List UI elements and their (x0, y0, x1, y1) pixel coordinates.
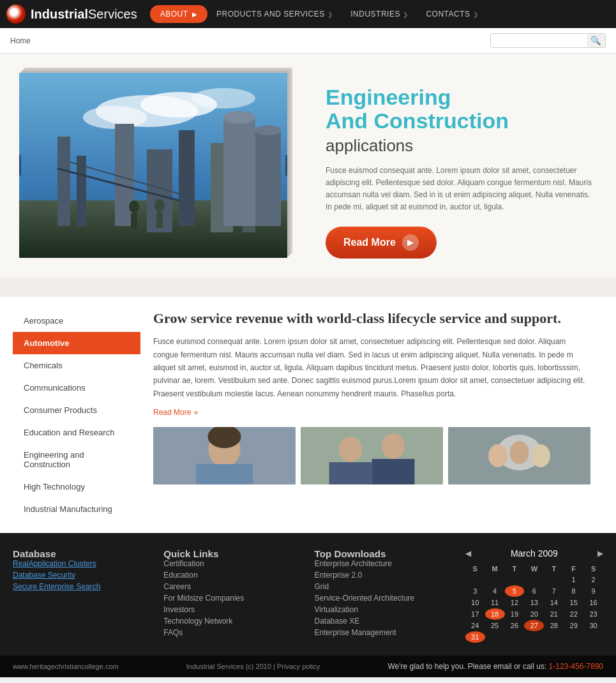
footer-link-rac[interactable]: RealApplication Clusters (13, 559, 151, 568)
cal-day[interactable] (544, 574, 564, 585)
cal-day[interactable]: 16 (583, 597, 603, 608)
cal-day[interactable]: 22 (564, 608, 583, 620)
sidebar-item-consumer-products[interactable]: Consumer Products (13, 399, 140, 421)
content-images (153, 427, 590, 484)
footer-link-security[interactable]: Database Security (13, 571, 151, 580)
cal-day[interactable]: 24 (465, 620, 485, 631)
footer-dl-virt[interactable]: Virtualization (315, 605, 453, 614)
cal-day[interactable]: 11 (485, 597, 505, 608)
footer-ql-technet[interactable]: Technology Network (163, 617, 301, 626)
cal-next-button[interactable]: ▶ (597, 549, 603, 558)
cal-day[interactable]: 25 (485, 620, 505, 631)
footer-dl-grid[interactable]: Grid (315, 582, 453, 591)
sidebar-item-aerospace[interactable]: Aerospace (13, 310, 140, 332)
cal-day[interactable]: 2 (583, 574, 603, 585)
hero-next-button[interactable]: › (285, 155, 287, 176)
cal-day[interactable]: 14 (544, 597, 564, 608)
cal-day[interactable]: 23 (583, 608, 603, 620)
footer-grid: Database RealApplication Clusters Databa… (13, 548, 603, 643)
cal-th-s2: S (583, 564, 603, 574)
cal-day[interactable]: 10 (465, 597, 485, 608)
search-button[interactable]: 🔍 (587, 34, 605, 47)
svg-point-16 (223, 111, 255, 124)
footer-ql-careers[interactable]: Careers (163, 582, 301, 591)
cal-day[interactable]: 15 (564, 597, 583, 608)
svg-point-28 (339, 437, 362, 462)
cal-day-highlighted[interactable]: 31 (465, 631, 485, 643)
sidebar-item-education[interactable]: Education and Research (13, 421, 140, 444)
footer-phone[interactable]: 1-123-456-7890 (549, 662, 603, 671)
cal-day[interactable] (505, 574, 525, 585)
footer-dl-soa[interactable]: Service-Oriented Architecture (315, 594, 453, 603)
footer-dl-e2[interactable]: Enterprise 2.0 (315, 571, 453, 580)
cal-day[interactable] (485, 574, 505, 585)
cal-day[interactable]: 8 (564, 585, 583, 597)
nav-contacts[interactable]: CONTACTS ❯ (417, 0, 487, 28)
svg-point-4 (192, 88, 255, 109)
footer-ql-certification[interactable]: Certification (163, 559, 301, 568)
svg-point-19 (129, 200, 139, 213)
breadcrumb-home[interactable]: Home (10, 36, 31, 45)
cal-day[interactable]: 29 (564, 620, 583, 631)
nav-products[interactable]: PRODUCTS AND SERVICES ❯ (207, 0, 342, 28)
hero-prev-button[interactable]: ‹ (19, 155, 21, 176)
sidebar-item-chemicals[interactable]: Chemicals (13, 354, 140, 377)
footer-ql-investors[interactable]: Investors (163, 605, 301, 614)
nav-industries[interactable]: INDUSTRIES ❯ (342, 0, 417, 28)
cal-day[interactable]: 7 (544, 585, 564, 597)
sidebar-item-communications[interactable]: Communications (13, 377, 140, 399)
sidebar-item-engineering[interactable]: Engineering and Construction (13, 444, 140, 476)
cal-prev-button[interactable]: ◀ (465, 549, 471, 558)
svg-point-21 (154, 199, 165, 212)
cal-day[interactable] (485, 631, 505, 643)
cal-day[interactable]: 9 (583, 585, 603, 597)
cal-day[interactable]: 12 (505, 597, 525, 608)
cal-day[interactable] (505, 631, 525, 643)
logo: IndustrialServices (6, 4, 137, 24)
cal-day[interactable] (544, 631, 564, 643)
cal-day[interactable] (583, 631, 603, 643)
svg-rect-25 (196, 464, 253, 484)
cal-day[interactable] (564, 631, 583, 643)
hero-section: ‹ › Engineering And Construction applica… (0, 54, 616, 278)
cal-th-t2: T (544, 564, 564, 574)
cal-day[interactable]: 19 (505, 608, 525, 620)
footer-dl-xe[interactable]: Database XE (315, 617, 453, 626)
cal-day-highlighted[interactable]: 27 (524, 620, 544, 631)
nav-about[interactable]: ABOUT (150, 5, 207, 23)
cal-day-highlighted[interactable]: 18 (485, 608, 505, 620)
footer-link-search[interactable]: Secure Enterprise Search (13, 582, 151, 591)
footer-dl-ea[interactable]: Enterprise Architecture (315, 559, 453, 568)
svg-point-18 (255, 125, 281, 135)
cal-day[interactable] (524, 631, 544, 643)
footer-ql-education[interactable]: Education (163, 571, 301, 580)
content-read-more[interactable]: Read More » (153, 408, 590, 417)
cal-day[interactable]: 30 (583, 620, 603, 631)
cal-day[interactable]: 13 (524, 597, 544, 608)
search-input[interactable] (491, 34, 587, 47)
breadcrumb[interactable]: Home (10, 36, 31, 45)
cal-day[interactable]: 21 (544, 608, 564, 620)
cal-day[interactable] (524, 574, 544, 585)
hero-read-more-button[interactable]: Read More ▶ (326, 227, 437, 259)
sidebar-item-industrial[interactable]: Industrial Manufacturing (13, 498, 140, 520)
footer-dl-em[interactable]: Enterprise Management (315, 628, 453, 637)
cal-day[interactable]: 3 (465, 585, 485, 597)
sidebar-item-high-tech[interactable]: High Technology (13, 476, 140, 498)
cal-day-today[interactable]: 5 (505, 585, 525, 597)
cal-day[interactable]: 28 (544, 620, 564, 631)
cal-day[interactable]: 1 (564, 574, 583, 585)
svg-rect-20 (131, 213, 137, 229)
cal-day[interactable]: 4 (485, 585, 505, 597)
cal-day[interactable]: 26 (505, 620, 525, 631)
main-content: Grow service revenue with world-class li… (140, 310, 603, 520)
content-image-3 (448, 427, 590, 484)
footer-ql-midsize[interactable]: For Midsize Companies (163, 594, 301, 603)
footer-ql-faqs[interactable]: FAQs (163, 628, 301, 637)
cal-day[interactable]: 20 (524, 608, 544, 620)
sidebar-item-automotive[interactable]: Automotive (13, 332, 140, 354)
cal-day[interactable] (465, 574, 485, 585)
cal-day[interactable]: 6 (524, 585, 544, 597)
cal-day[interactable]: 17 (465, 608, 485, 620)
content-image-2 (301, 427, 443, 484)
